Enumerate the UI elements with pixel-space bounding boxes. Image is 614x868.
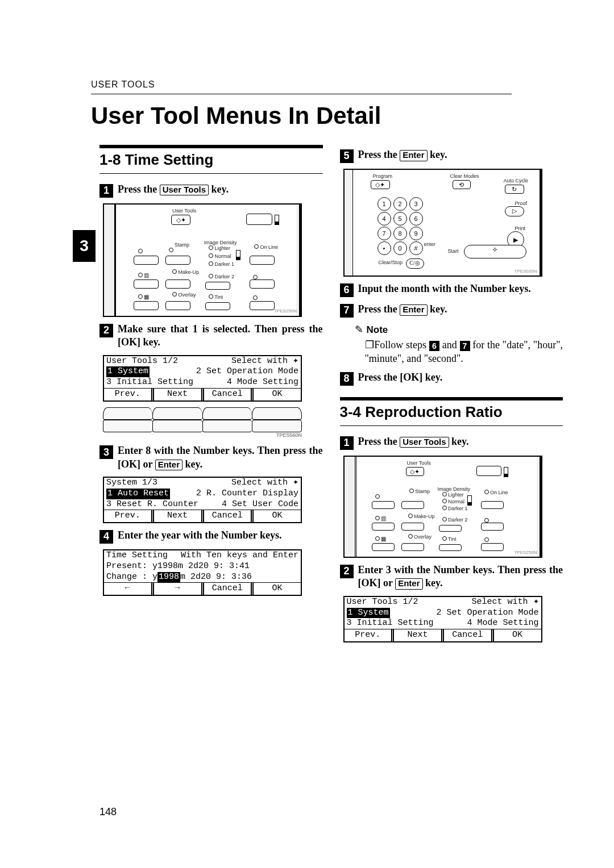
keypad-dot: • xyxy=(377,241,391,255)
lcd-item-4: 4 Mode Setting xyxy=(467,618,538,629)
page-number: 148 xyxy=(99,806,117,818)
label-normal: Normal xyxy=(209,253,231,260)
page: USER TOOLS User Tool Menus In Detail 3 1… xyxy=(0,0,614,868)
lcd-change-a: Change : y xyxy=(106,572,157,583)
lcd-hint: With Ten keys and Enter xyxy=(181,550,298,561)
lcd-hint: Select with xyxy=(471,597,528,607)
scroll-indicator-icon xyxy=(467,495,472,506)
tint-button xyxy=(205,302,230,310)
lcd-btn-ok: OK xyxy=(494,629,541,641)
keypad-6: 6 xyxy=(409,212,423,226)
step-2: 2 Make sure that 1 is selected. Then pre… xyxy=(99,323,323,349)
softkey xyxy=(152,407,202,420)
start-button: ✧ xyxy=(464,245,526,258)
step8-text-a: Press the [ xyxy=(358,372,404,383)
note-body-a: Follow steps xyxy=(374,339,429,350)
step-1: 1 Press the User Tools key. xyxy=(99,183,323,198)
rr-step1-post: key. xyxy=(451,436,469,447)
lcd-btn-left: ← xyxy=(104,583,154,595)
rr-step2-text-c: key. xyxy=(423,577,443,589)
note-label: Note xyxy=(367,324,388,336)
note-ref-2: 7 xyxy=(460,341,470,351)
running-header: USER TOOLS xyxy=(91,80,155,90)
label-stamp: Stamp xyxy=(175,242,189,249)
step7-pre: Press the xyxy=(358,303,400,315)
makeup-button xyxy=(401,523,424,531)
label-stamp: Stamp xyxy=(409,489,430,495)
led-icon xyxy=(484,518,489,523)
ok-in-text: OK xyxy=(121,458,137,470)
icon-doc: ▥ xyxy=(381,515,386,522)
panel-button xyxy=(481,543,504,551)
overlay-button xyxy=(401,543,424,551)
lcd-title: System 1/3 xyxy=(106,478,157,489)
note-icon: ✎ xyxy=(355,323,363,336)
note-body-b: and xyxy=(442,339,460,350)
panel-aux-button xyxy=(476,466,501,476)
lcd-btn-ok: OK xyxy=(254,389,301,400)
label-makeup: Make-Up xyxy=(172,269,199,276)
figure-keypad-panel: Program ◇✦ Clear Modes ⟲ Auto Cycle ↻ 1 … xyxy=(343,169,542,277)
softkey xyxy=(202,407,252,420)
lcd-btn-cancel: Cancel xyxy=(204,389,254,400)
label-makeup: Make-Up xyxy=(408,514,435,520)
panel-button xyxy=(372,543,395,551)
panel-button xyxy=(134,279,159,289)
step1-pre: Press the xyxy=(118,183,160,195)
note-block: ✎ Note ❐ Follow steps 6 and 7 for the "d… xyxy=(340,323,563,365)
step-num-5: 5 xyxy=(340,149,354,163)
panel-button xyxy=(250,279,275,289)
scroll-indicator-icon xyxy=(504,467,508,477)
label-tint: Tint xyxy=(209,294,223,301)
lcd-btn-ok: OK xyxy=(254,510,301,522)
left-column: 1-8 Time Setting 1 Press the User Tools … xyxy=(99,145,323,648)
enter-keycap: Enter xyxy=(155,460,182,471)
step-num-3: 3 xyxy=(99,445,113,459)
label-enter: enter xyxy=(424,241,436,248)
overlay-button xyxy=(165,301,190,310)
scroll-indicator-icon xyxy=(275,215,279,225)
icon-doc: ▥ xyxy=(144,272,149,279)
step2-text-b: ] key. xyxy=(137,336,160,348)
lcd-btn-ok: OK xyxy=(254,583,301,595)
enter-keycap: Enter xyxy=(400,150,427,161)
label-tint: Tint xyxy=(442,536,457,543)
softkey xyxy=(252,420,302,432)
lcd-btn-prev: Prev. xyxy=(104,389,154,400)
tint-button xyxy=(439,544,462,551)
step-num-2: 2 xyxy=(99,324,113,337)
scroll-indicator-icon xyxy=(236,250,240,260)
rr-step-2: 2 Enter 3 with the Number keys. Then pre… xyxy=(340,564,563,590)
rr-step-num-1: 1 xyxy=(340,436,354,450)
lcd-time-setting: Time Setting With Ten keys and Enter Pre… xyxy=(103,549,302,596)
rr-step2-text-b: ] or xyxy=(377,577,396,589)
label-lighter: Lighter xyxy=(209,245,230,252)
rr-step-num-2: 2 xyxy=(340,565,354,578)
label-darker1: Darker 1 xyxy=(209,261,234,268)
led-icon xyxy=(484,537,489,542)
step-num-7: 7 xyxy=(340,304,354,318)
lcd-title: Time Setting xyxy=(106,550,168,561)
panel-button xyxy=(481,523,504,531)
page-title: User Tool Menus In Detail xyxy=(91,102,381,130)
label-program: Program xyxy=(373,173,393,180)
usertools-keycap: User Tools xyxy=(160,185,209,196)
led-icon xyxy=(253,275,258,279)
lcd-btn-cancel: Cancel xyxy=(204,510,254,522)
ok-in-text: OK xyxy=(403,372,419,383)
label-darker2: Darker 2 xyxy=(209,274,234,281)
step-num-4: 4 xyxy=(99,530,113,544)
label-online: On Line xyxy=(254,244,278,251)
panel-button xyxy=(372,501,395,509)
lcd-user-tools-2: User Tools 1/2 Select with ✦ 1 System 2 … xyxy=(343,596,542,642)
ok-in-text: OK xyxy=(362,577,377,589)
lcd-btn-prev: Prev. xyxy=(104,510,154,522)
hint-icon: ✦ xyxy=(533,598,539,606)
led-icon xyxy=(169,248,173,252)
header-rule xyxy=(91,94,512,94)
chapter-tab: 3 xyxy=(73,230,96,262)
keypad-9: 9 xyxy=(409,227,423,240)
label-clear-stop: Clear/Stop xyxy=(379,260,403,266)
makeup-button xyxy=(165,279,190,289)
online-button xyxy=(481,501,504,509)
